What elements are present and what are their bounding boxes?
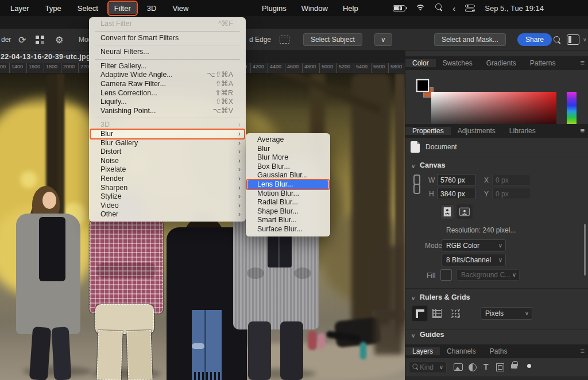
select-and-mask-button[interactable]: Select and Mask... [434,33,506,46]
x-field[interactable]: 0 px [492,174,531,185]
menu-bar-item[interactable]: 3D [141,2,163,14]
filter-menu-item[interactable]: Vanishing Point... ⌥⌘V › [89,107,246,116]
filter-pixel-layers-icon[interactable] [454,363,463,371]
height-field[interactable]: 3840 px [437,188,476,199]
collapse-guides-icon[interactable]: ∨ [411,332,415,339]
blur-submenu-item[interactable]: Box Blur... › [246,162,330,172]
toggle-pixel-grid-button[interactable] [451,309,460,318]
blur-submenu-item[interactable]: Smart Blur... › [246,216,330,225]
panel-scrollbar[interactable] [584,224,586,276]
panel-menu-icon[interactable]: ≡ [580,126,585,135]
filter-menu-item[interactable]: Filter Gallery... › [89,62,246,71]
menu-bar-item[interactable]: Plugins [258,2,290,14]
filter-type-layers-icon[interactable]: T [483,362,489,371]
blur-submenu-item[interactable]: Blur › [246,145,330,154]
filter-menu-item[interactable]: Distort › [89,148,246,157]
orientation-portrait-button[interactable] [440,204,454,219]
filter-menu-item[interactable]: Blur Gallery › [89,139,246,148]
menu-bar-item[interactable]: Window [298,2,331,14]
canvas-section-title[interactable]: Canvas [420,161,445,169]
blur-submenu-item[interactable]: Lens Blur... › [247,180,328,189]
toggle-rulers-button[interactable] [412,305,428,321]
foreground-color-swatch[interactable] [416,79,429,92]
blur-submenu-item[interactable]: Gaussian Blur... › [246,171,330,180]
refresh-icon[interactable]: ⟳ [18,29,26,51]
select-subject-dropdown-button[interactable]: ∨ [374,33,392,46]
panel-tab[interactable]: Gradients [479,59,523,67]
menu-bar-item[interactable]: Type [40,2,67,14]
blur-submenu-item[interactable]: Surface Blur... › [246,225,330,234]
panel-tab[interactable]: Color [405,59,436,67]
gear-icon[interactable]: ⚙ [55,29,63,51]
layout-grid-icon[interactable] [36,29,44,51]
blur-submenu-item[interactable]: Motion Blur... › [246,189,330,199]
control-center-icon[interactable] [465,5,475,12]
search-icon[interactable] [554,29,561,51]
mode-select[interactable]: RGB Color [442,239,506,252]
blur-submenu-item[interactable]: Radial Blur... › [246,198,330,207]
blur-submenu-item[interactable]: Shape Blur... › [246,207,330,216]
filter-menu-item[interactable]: › [89,115,246,121]
filter-menu-item[interactable]: Other › [89,210,246,219]
filter-menu-item[interactable]: Render › [89,175,246,184]
blur-submenu-item[interactable]: Blur More › [246,153,330,162]
filter-menu-item[interactable]: Video › [89,201,246,211]
filter-menu-item[interactable]: Blur › [89,130,246,139]
menu-bar-item[interactable]: View [167,2,194,14]
blur-submenu-item[interactable]: Average › [246,135,330,145]
rulers-grids-section-title[interactable]: Rulers & Grids [420,293,470,301]
filter-menu-item[interactable]: Pixelate › [89,165,246,175]
filter-adjustment-layers-icon[interactable] [469,363,477,371]
panel-tab[interactable]: Layers [405,347,440,355]
panel-tab[interactable]: Properties [405,127,451,135]
share-button[interactable]: Share [517,33,552,46]
filter-menu-item[interactable]: Liquify... ⇧⌘X › [89,98,246,107]
filter-menu-item[interactable]: Convert for Smart Filters › [89,34,246,43]
panel-tab[interactable]: Patterns [523,59,563,67]
menu-bar-item[interactable]: Filter [109,2,137,14]
toggle-grid-button[interactable] [432,309,442,318]
guides-section-title[interactable]: Guides [420,331,444,339]
filter-shape-layers-icon[interactable] [496,363,504,371]
menu-bar-clock[interactable]: Sep 5., Tue 19:14 [485,4,544,13]
collapse-canvas-icon[interactable]: ∨ [411,163,415,169]
filter-menu-item[interactable]: Noise › [89,157,246,166]
width-field[interactable]: 5760 px [437,174,476,185]
panel-tab[interactable]: Channels [440,347,483,355]
filter-menu-item[interactable]: Sharpen › [89,184,246,193]
wifi-icon[interactable] [415,5,425,12]
link-dimensions-icon[interactable] [412,175,419,194]
filter-menu-item[interactable]: Camera Raw Filter... ⇧⌘A › [89,80,246,89]
ruler-units-select[interactable]: Pixels [481,307,532,320]
fill-swatch[interactable] [440,269,452,281]
filter-menu-item[interactable]: › [89,29,246,34]
chevron-down-icon[interactable]: ∨ [583,29,587,51]
bit-depth-select[interactable]: 8 Bits/Channel [442,254,506,266]
fill-select[interactable]: Background C... [457,269,520,281]
panel-menu-icon[interactable]: ≡ [580,347,585,355]
filter-menu-item[interactable]: Stylize › [89,192,246,201]
filter-menu-item[interactable]: Last Filter ^⌘F › [89,20,246,29]
filter-pinned-icon[interactable] [527,362,531,368]
panel-tab[interactable]: Swatches [436,59,479,67]
filter-menu-item[interactable]: Lens Correction... ⇧⌘R › [89,89,246,98]
menu-bar-item[interactable]: Select [72,2,104,14]
chevron-left-icon[interactable]: ‹ [452,3,455,13]
filter-menu-item[interactable]: 3D › [89,121,246,130]
filter-menu-item[interactable]: › [89,57,246,62]
collapse-rulers-grids-icon[interactable]: ∨ [411,295,415,301]
panel-tab[interactable]: Libraries [502,127,543,135]
y-field[interactable]: 0 px [492,188,531,199]
filter-menu-item[interactable]: Neural Filters... › [89,48,246,57]
spotlight-search-icon[interactable] [435,3,443,13]
panel-menu-icon[interactable]: ≡ [580,59,585,67]
panel-tab[interactable]: Paths [483,347,514,355]
orientation-landscape-button[interactable] [457,204,473,219]
menu-bar-item[interactable]: Help [339,2,362,14]
filter-menu-item[interactable]: Adaptive Wide Angle... ⌥⇧⌘A › [89,71,246,80]
battery-icon[interactable] [393,5,405,11]
select-subject-button[interactable]: Select Subject [303,33,362,46]
panel-tab[interactable]: Adjustments [451,127,502,135]
workspace-icon[interactable] [567,29,579,51]
filter-menu-item[interactable]: › [89,42,246,48]
